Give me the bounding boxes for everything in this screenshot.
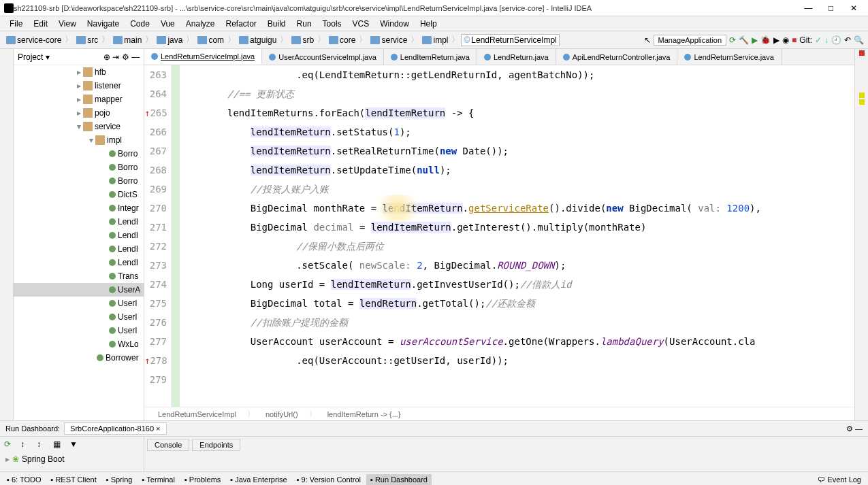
tree-down-icon[interactable]: ↕ [37, 439, 48, 450]
close-button[interactable]: ✕ [843, 3, 864, 13]
breadcrumb-item[interactable]: atguigu [237, 35, 278, 46]
run-icon[interactable]: ▶ [752, 35, 758, 45]
breadcrumb-item[interactable]: java [155, 35, 184, 46]
vcs-commit-icon[interactable]: ↓ [824, 35, 829, 45]
nav-back-icon[interactable]: ↖ [644, 35, 651, 45]
breadcrumb-item[interactable]: service-core [4, 35, 63, 46]
dashboard-tab-console[interactable]: Console [147, 439, 189, 451]
left-tool-strip[interactable] [0, 49, 14, 420]
tree-class[interactable]: Integr [14, 201, 144, 215]
menu-refactor[interactable]: Refactor [221, 18, 262, 30]
tree-class[interactable]: Borro [14, 147, 144, 161]
tree-class[interactable]: DictS [14, 188, 144, 201]
editor-tab[interactable]: LendReturn.java [477, 49, 556, 65]
breadcrumb-item[interactable]: service [368, 35, 409, 46]
tool-window-button[interactable]: ▪REST Client [47, 474, 101, 485]
code-editor[interactable]: 263264↑265266267268269270271272273274275… [144, 65, 854, 407]
breadcrumb-item[interactable]: main [111, 35, 144, 46]
menu-vcs[interactable]: VCS [347, 18, 375, 30]
tree-class[interactable]: Borro [14, 174, 144, 188]
vcs-history-icon[interactable]: 🕘 [831, 35, 841, 45]
project-header[interactable]: Project ▾ ⊕ ⇥ ⚙ — [14, 49, 144, 65]
tool-window-button[interactable]: ▪9: Version Control [293, 474, 365, 485]
filter-icon[interactable]: ▼ [69, 439, 80, 450]
tree-folder[interactable]: ▾impl [14, 133, 144, 147]
menu-tools[interactable]: Tools [317, 18, 347, 30]
minimize-button[interactable]: — [798, 3, 818, 13]
tool-window-button[interactable]: ▪Terminal [138, 474, 178, 485]
event-log-button[interactable]: 🗩 Event Log [814, 474, 865, 485]
tree-class[interactable]: Borrower [14, 351, 144, 365]
breadcrumb-item[interactable]: impl [420, 35, 450, 46]
tree-class[interactable]: WxLo [14, 337, 144, 351]
tree-class[interactable]: UserI [14, 297, 144, 310]
tree-up-icon[interactable]: ↕ [20, 439, 31, 450]
menu-help[interactable]: Help [415, 18, 443, 30]
menu-code[interactable]: Code [125, 18, 155, 30]
tool-window-button[interactable]: ▪Java Enterprise [226, 474, 291, 485]
project-tree[interactable]: ▸hfb▸listener▸mapper▸pojo▾service▾implBo… [14, 65, 144, 420]
coverage-icon[interactable]: ▶ [773, 35, 779, 45]
tree-class[interactable]: UserI [14, 324, 144, 337]
menu-vue[interactable]: Vue [155, 18, 180, 30]
gutter[interactable]: 263264↑265266267268269270271272273274275… [144, 65, 172, 407]
editor-tab[interactable]: ApiLendReturnController.java [556, 49, 678, 65]
menu-edit[interactable]: Edit [28, 18, 53, 30]
menu-file[interactable]: File [4, 18, 28, 30]
tool-window-button[interactable]: ▪Run Dashboard [366, 474, 432, 485]
structure-breadcrumb[interactable]: lendItemReturn -> {...} [327, 410, 401, 418]
stop-icon[interactable]: ■ [792, 35, 797, 45]
editor-tab[interactable]: LendItemReturn.java [384, 49, 477, 65]
run-dashboard-tab[interactable]: SrbCoreApplication-8160 × [64, 422, 166, 435]
breadcrumb-item[interactable]: src [74, 35, 100, 46]
menu-build[interactable]: Build [262, 18, 291, 30]
build-icon[interactable]: 🔨 [739, 35, 749, 45]
editor-tab[interactable]: UserAccountServiceImpl.java [262, 49, 384, 65]
run-config-selector[interactable]: ManageApplication [654, 35, 727, 46]
tree-class[interactable]: LendI [14, 215, 144, 229]
grid-icon[interactable]: ▦ [53, 439, 64, 450]
tree-class[interactable]: UserI [14, 310, 144, 324]
target-icon[interactable]: ⊕ [103, 52, 110, 62]
search-icon[interactable]: 🔍 [854, 35, 864, 45]
menu-navigate[interactable]: Navigate [82, 18, 125, 30]
run-config-node[interactable]: ▸ ❀ Spring Boot [0, 453, 144, 465]
dashboard-tab-endpoints[interactable]: Endpoints [192, 439, 240, 451]
profile-icon[interactable]: ◉ [782, 35, 789, 45]
tree-folder[interactable]: ▾service [14, 120, 144, 133]
tree-class[interactable]: UserA [14, 283, 144, 297]
debug-icon[interactable]: 🐞 [760, 35, 771, 45]
breadcrumb-item[interactable]: srb [289, 35, 316, 46]
hide-icon[interactable]: — [855, 424, 863, 433]
menu-run[interactable]: Run [291, 18, 317, 30]
structure-breadcrumb[interactable]: notifyUrl() [266, 410, 298, 418]
menu-analyze[interactable]: Analyze [180, 18, 221, 30]
hide-icon[interactable]: — [131, 52, 140, 62]
maximize-button[interactable]: □ [821, 3, 841, 13]
editor-tab[interactable]: LendReturnService.java [677, 49, 781, 65]
gear-icon[interactable]: ⚙ [122, 52, 129, 62]
menu-view[interactable]: View [53, 18, 82, 30]
vcs-update-icon[interactable]: ✓ [815, 35, 822, 45]
tree-class[interactable]: Trans [14, 269, 144, 283]
editor-breadcrumb[interactable]: LendReturnServiceImpl〉notifyUrl()〉lendIt… [144, 407, 854, 420]
tool-window-button[interactable]: ▪Spring [102, 474, 137, 485]
tree-folder[interactable]: ▸hfb [14, 65, 144, 79]
update-icon[interactable]: ⟳ [729, 35, 736, 45]
tool-window-button[interactable]: ▪Problems [180, 474, 225, 485]
chevron-down-icon[interactable]: ▾ [46, 52, 50, 62]
tree-folder[interactable]: ▸mapper [14, 93, 144, 106]
code-content[interactable]: .eq(LendItemReturn::getLendReturnId, age… [180, 65, 854, 407]
collapse-icon[interactable]: ⇥ [112, 52, 119, 62]
rerun-icon[interactable]: ⟳ [4, 439, 15, 450]
tool-window-button[interactable]: ▪6: TODO [3, 474, 46, 485]
right-tool-strip[interactable] [854, 49, 868, 420]
tree-folder[interactable]: ▸listener [14, 79, 144, 93]
tree-class[interactable]: LendI [14, 242, 144, 256]
structure-breadcrumb[interactable]: LendReturnServiceImpl [158, 410, 236, 418]
breadcrumb-item[interactable]: ©LendReturnServiceImpl [461, 34, 559, 46]
tree-folder[interactable]: ▸pojo [14, 106, 144, 120]
breadcrumb-item[interactable]: com [195, 35, 226, 46]
tree-class[interactable]: LendI [14, 256, 144, 269]
tree-class[interactable]: Borro [14, 161, 144, 174]
